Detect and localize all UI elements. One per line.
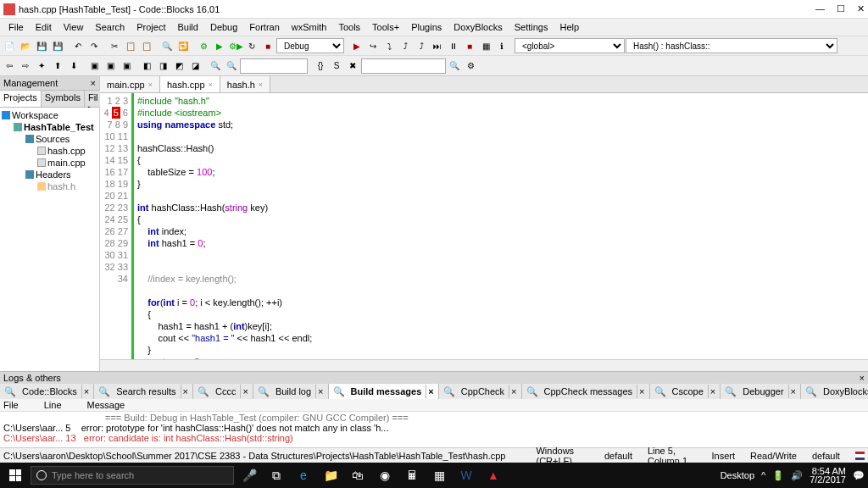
cut-icon[interactable]: ✂	[107, 38, 122, 53]
log-col-line[interactable]: Line	[44, 400, 62, 410]
menu-settings[interactable]: Settings	[509, 20, 554, 34]
close-button[interactable]: ✕	[857, 3, 865, 14]
log-tab-buildmsg[interactable]: 🔍Build messages ×	[329, 384, 439, 399]
log-tab-debugger[interactable]: 🔍Debugger ×	[721, 384, 801, 399]
tray-desktop[interactable]: Desktop	[721, 470, 754, 480]
build-target-select[interactable]: Debug	[276, 38, 344, 53]
undo-icon[interactable]: ↶	[70, 38, 86, 53]
debug-pause-icon[interactable]: ⏸	[446, 38, 461, 53]
log-col-msg[interactable]: Message	[87, 400, 125, 410]
back-icon[interactable]: ⇦	[2, 58, 17, 74]
tree-headers[interactable]: Headers	[2, 169, 97, 180]
menu-build[interactable]: Build	[172, 20, 203, 34]
store-icon[interactable]: 🛍	[346, 466, 370, 485]
case-icon[interactable]: S	[329, 58, 344, 74]
editor-tab-hash-cpp[interactable]: hash.cpp×	[160, 76, 220, 92]
log-tab-cppcheck[interactable]: 🔍CppCheck ×	[439, 384, 522, 399]
misc4-icon[interactable]: ◪	[187, 58, 203, 74]
explorer-icon[interactable]: 📁	[319, 466, 342, 485]
calc-icon[interactable]: 🖩	[400, 466, 424, 485]
debug-step-icon[interactable]: ⤵	[381, 38, 397, 53]
menu-view[interactable]: View	[58, 20, 89, 34]
debug-stepout-icon[interactable]: ⤴	[414, 38, 429, 53]
build-icon[interactable]: ⚙	[196, 38, 211, 53]
log-col-file[interactable]: File	[3, 400, 19, 410]
tree-file-hash-cpp[interactable]: hash.cpp	[2, 145, 97, 157]
buildrun-icon[interactable]: ⚙▶	[228, 38, 243, 53]
panel-close-icon[interactable]: ×	[91, 78, 96, 88]
mic-icon[interactable]: 🎤	[237, 466, 261, 485]
menu-toolsplus[interactable]: Tools+	[367, 20, 404, 34]
pdf-icon[interactable]: ▲	[481, 466, 505, 485]
tray-notifications-icon[interactable]: 💬	[853, 470, 865, 481]
doxy3-icon[interactable]: ▣	[119, 58, 134, 74]
editor-tab-hash-h[interactable]: hash.h×	[220, 76, 270, 92]
bookmark-icon[interactable]: ✦	[34, 58, 49, 74]
log-tab-search[interactable]: 🔍Search results ×	[94, 384, 193, 399]
bookmark-next-icon[interactable]: ⬇	[66, 58, 81, 74]
log-tab-buildlog[interactable]: 🔍Build log ×	[253, 384, 329, 399]
menu-help[interactable]: Help	[554, 20, 584, 34]
log-tab-cccc[interactable]: 🔍Cccc ×	[193, 384, 253, 399]
log-tab-cscope[interactable]: 🔍Cscope ×	[650, 384, 721, 399]
paste-icon[interactable]: 📋	[139, 38, 154, 53]
menu-fortran[interactable]: Fortran	[244, 20, 284, 34]
tree-workspace[interactable]: Workspace	[2, 109, 97, 121]
search-input2[interactable]	[361, 58, 446, 74]
tree-sources[interactable]: Sources	[2, 133, 97, 145]
saveall-icon[interactable]: 💾	[50, 38, 65, 53]
close-icon[interactable]: ×	[148, 80, 153, 89]
debug-stop-icon[interactable]: ■	[462, 38, 477, 53]
tray-battery-icon[interactable]: 🔋	[772, 470, 784, 481]
log-tab-codeblocks[interactable]: 🔍Code::Blocks ×	[0, 384, 94, 399]
inc-highlight-icon[interactable]: 🔍	[224, 58, 239, 74]
misc3-icon[interactable]: ◩	[171, 58, 186, 74]
start-button[interactable]	[3, 466, 27, 485]
doxy1-icon[interactable]: ▣	[86, 58, 102, 74]
app-icon[interactable]: ▦	[427, 466, 451, 485]
tree-file-main-cpp[interactable]: main.cpp	[2, 157, 97, 169]
debug-windows-icon[interactable]: ▦	[478, 38, 493, 53]
open-icon[interactable]: 📂	[18, 38, 33, 53]
forward-icon[interactable]: ⇨	[18, 58, 33, 74]
misc2-icon[interactable]: ◨	[155, 58, 170, 74]
maximize-button[interactable]: ☐	[837, 3, 845, 14]
tray-volume-icon[interactable]: 🔊	[791, 470, 803, 481]
clear-icon[interactable]: ✖	[345, 58, 360, 74]
tree-project[interactable]: HashTable_Test	[2, 121, 97, 133]
taskbar-search[interactable]: Type here to search	[31, 466, 234, 485]
tab-symbols[interactable]: Symbols	[42, 91, 85, 107]
debug-continue-icon[interactable]: ↪	[365, 38, 381, 53]
stop-icon[interactable]: ■	[260, 38, 275, 53]
rebuild-icon[interactable]: ↻	[244, 38, 259, 53]
menu-plugins[interactable]: Plugins	[406, 20, 447, 34]
debug-next-icon[interactable]: ⏭	[430, 38, 445, 53]
log-body[interactable]: === Build: Debug in HashTable_Test (comp…	[0, 412, 868, 447]
debug-stepover-icon[interactable]: ⤴	[398, 38, 413, 53]
menu-wxsmith[interactable]: wxSmith	[287, 20, 332, 34]
tray-clock[interactable]: 8:54 AM7/2/2017	[810, 467, 846, 484]
scope-select[interactable]: <global>	[515, 38, 625, 53]
panel-close-icon[interactable]: ×	[860, 373, 865, 383]
redo-icon[interactable]: ↷	[86, 38, 102, 53]
minimize-button[interactable]: —	[815, 3, 825, 14]
editor-tab-main[interactable]: main.cpp×	[100, 76, 160, 92]
close-icon[interactable]: ×	[209, 80, 213, 89]
chrome-icon[interactable]: ◉	[373, 466, 397, 485]
tree-file-hash-h[interactable]: hash.h	[2, 180, 97, 192]
tab-projects[interactable]: Projects	[0, 91, 42, 107]
run-icon[interactable]: ▶	[212, 38, 227, 53]
menu-search[interactable]: Search	[90, 20, 130, 34]
find-icon[interactable]: 🔍	[159, 38, 175, 53]
copy-icon[interactable]: 📋	[123, 38, 138, 53]
search-opt-icon[interactable]: ⚙	[463, 58, 478, 74]
horizontal-scrollbar[interactable]	[100, 359, 868, 371]
debug-info-icon[interactable]: ℹ	[494, 38, 509, 53]
log-tab-doxy[interactable]: 🔍DoxyBlocks ×	[801, 384, 868, 399]
inc-search-icon[interactable]: 🔍	[208, 58, 223, 74]
doxy2-icon[interactable]: ▣	[103, 58, 118, 74]
log-tab-cppcheckm[interactable]: 🔍CppCheck messages ×	[522, 384, 650, 399]
inc-search-input[interactable]	[240, 58, 308, 74]
menu-doxyblocks[interactable]: DoxyBlocks	[448, 20, 507, 34]
new-icon[interactable]: 📄	[2, 38, 17, 53]
